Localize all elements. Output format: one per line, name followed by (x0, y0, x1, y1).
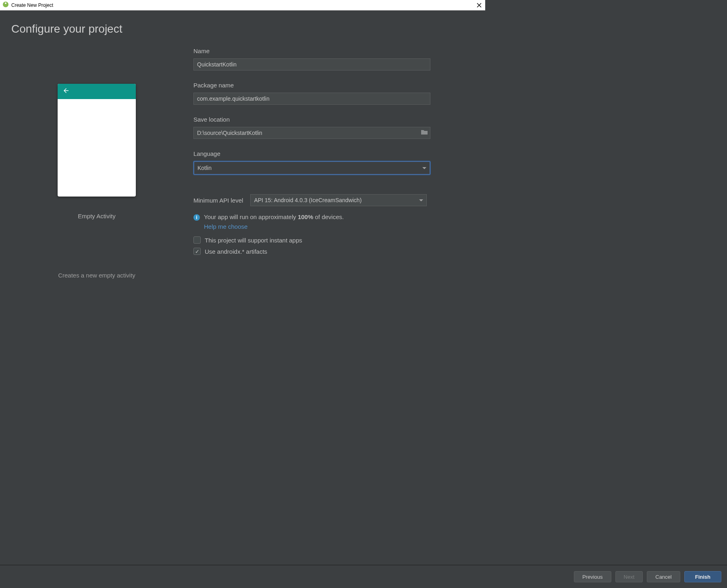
api-label: Minimum API level (193, 197, 243, 204)
package-input[interactable] (193, 93, 430, 105)
api-info-row: i Your app will run on approximately 100… (193, 213, 437, 221)
chevron-down-icon (419, 199, 423, 201)
api-value: API 15: Android 4.0.3 (IceCreamSandwich) (254, 197, 361, 203)
name-label: Name (193, 48, 437, 54)
api-select[interactable]: API 15: Android 4.0.3 (IceCreamSandwich) (250, 194, 427, 206)
svg-point-1 (5, 2, 6, 4)
location-input[interactable] (193, 127, 430, 139)
instant-apps-checkbox[interactable] (193, 236, 201, 244)
language-label: Language (193, 150, 437, 157)
preview-description: Creates a new empty activity (58, 272, 135, 279)
api-info-text: Your app will run on approximately 100% … (204, 213, 344, 220)
location-label: Save location (193, 116, 437, 123)
back-arrow-icon (62, 87, 70, 96)
help-me-choose-link[interactable]: Help me choose (204, 223, 437, 230)
folder-icon[interactable] (421, 129, 428, 137)
titlebar: Create New Project (0, 0, 485, 10)
androidx-label: Use androidx.* artifacts (205, 248, 267, 255)
chevron-down-icon (422, 167, 426, 169)
preview-label: Empty Activity (78, 213, 115, 219)
language-value: Kotlin (197, 165, 212, 171)
language-select[interactable]: Kotlin (193, 161, 430, 175)
info-icon: i (193, 214, 200, 221)
package-label: Package name (193, 82, 437, 89)
instant-apps-label: This project will support instant apps (205, 237, 302, 244)
androidx-checkbox[interactable] (193, 248, 201, 255)
name-input[interactable] (193, 58, 430, 70)
page-header: Configure your project (0, 10, 485, 35)
window-title: Create New Project (11, 2, 53, 8)
page-title: Configure your project (11, 23, 474, 35)
preview-appbar (58, 84, 136, 99)
activity-preview (58, 84, 136, 197)
close-icon[interactable] (476, 2, 483, 9)
android-studio-icon (2, 1, 9, 9)
